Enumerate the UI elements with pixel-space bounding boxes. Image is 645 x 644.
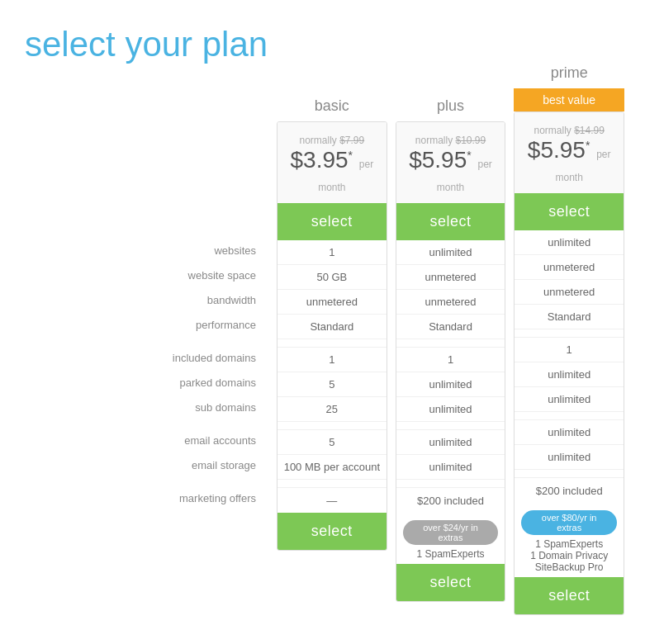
prime-marketing-offers: $200 included — [515, 478, 624, 503]
prime-select-top[interactable]: select — [515, 193, 624, 230]
prime-pricing: normally $14.99 $5.95* permonth — [515, 112, 624, 193]
prime-bandwidth: unmetered — [515, 280, 624, 305]
label-websites: websites — [149, 238, 260, 263]
basic-website-space: 50 GB — [277, 265, 387, 290]
plans-container: websites website space bandwidth perform… — [17, 97, 628, 615]
plus-pricing: normally $10.99 $5.95* permonth — [396, 122, 505, 203]
basic-select-bottom[interactable]: select — [277, 513, 387, 550]
basic-select-top[interactable]: select — [277, 203, 387, 240]
label-performance: performance — [149, 312, 260, 337]
plus-bandwidth: unmetered — [396, 290, 505, 315]
plus-email-accounts: unlimited — [396, 430, 505, 455]
prime-normally: normally $14.99 — [523, 125, 615, 136]
label-email-storage: email storage — [149, 452, 260, 477]
prime-original-price: $14.99 — [574, 125, 605, 136]
prime-extras: over $80/yr in extras 1 SpamExperts 1 Do… — [515, 503, 624, 577]
prime-select-bottom[interactable]: select — [515, 577, 624, 614]
label-parked-domains: parked domains — [149, 370, 260, 395]
plus-original-price: $10.99 — [456, 135, 486, 146]
basic-included-domains: 1 — [277, 348, 387, 372]
plan-plus: plus normally $10.99 $5.95* permonth sel… — [396, 97, 506, 602]
prime-site-backup: SiteBackup Pro — [521, 561, 617, 573]
basic-parked-domains: 5 — [277, 372, 387, 397]
basic-email-accounts: 5 — [277, 430, 387, 455]
plus-included-domains: 1 — [396, 348, 505, 372]
basic-sub-domains: 25 — [277, 397, 387, 422]
plus-plan-card: normally $10.99 $5.95* permonth select u… — [396, 121, 506, 602]
plus-email-storage: unlimited — [396, 455, 505, 480]
plus-performance: Standard — [396, 315, 505, 339]
basic-normally: normally $7.99 — [286, 135, 378, 146]
plus-extras: over $24/yr in extras 1 SpamExperts — [396, 513, 505, 564]
label-bandwidth: bandwidth — [149, 287, 260, 312]
plan-basic: basic normally $7.99 $3.95* permonth sel… — [277, 97, 387, 551]
basic-marketing-offers: — — [277, 488, 387, 513]
page-title: select your plan — [17, 25, 628, 64]
prime-email-storage: unlimited — [515, 445, 624, 470]
plus-select-top[interactable]: select — [396, 203, 505, 240]
plus-website-space: unmetered — [396, 265, 505, 290]
prime-parked-domains: unlimited — [515, 362, 624, 387]
plus-extras-badge: over $24/yr in extras — [403, 520, 499, 545]
plus-plan-name: plus — [396, 97, 506, 121]
label-email-accounts: email accounts — [149, 428, 260, 452]
plus-normally: normally $10.99 — [405, 135, 497, 146]
plus-select-bottom[interactable]: select — [396, 564, 505, 601]
basic-performance: Standard — [277, 315, 387, 339]
label-marketing-offers: marketing offers — [149, 485, 260, 510]
prime-plan-name: prime — [514, 64, 624, 88]
prime-performance: Standard — [515, 305, 624, 329]
plus-parked-domains: unlimited — [396, 372, 505, 397]
basic-original-price: $7.99 — [339, 135, 364, 146]
plus-sub-domains: unlimited — [396, 397, 505, 422]
plus-websites: unlimited — [396, 240, 505, 265]
basic-price: $3.95* permonth — [286, 149, 378, 195]
basic-pricing: normally $7.99 $3.95* permonth — [277, 122, 387, 203]
prime-email-accounts: unlimited — [515, 420, 624, 445]
prime-included-domains: 1 — [515, 338, 624, 362]
basic-asterisk: * — [349, 149, 353, 162]
prime-features: unlimited unmetered unmetered Standard 1… — [515, 230, 624, 503]
prime-plan-card: normally $14.99 $5.95* permonth select u… — [514, 111, 624, 615]
label-included-domains: included domains — [149, 345, 260, 370]
plan-prime: prime best value normally $14.99 $5.95* … — [514, 64, 624, 615]
feature-labels: websites website space bandwidth perform… — [149, 97, 273, 510]
basic-bandwidth: unmetered — [277, 290, 387, 315]
plus-price: $5.95* permonth — [405, 149, 497, 195]
prime-extras-badge: over $80/yr in extras — [521, 510, 617, 535]
label-sub-domains: sub domains — [149, 395, 260, 419]
label-website-space: website space — [149, 263, 260, 287]
basic-email-storage: 100 MB per account — [277, 455, 387, 480]
prime-price: $5.95* permonth — [523, 139, 615, 185]
basic-features: 1 50 GB unmetered Standard 1 5 25 5 100 … — [277, 240, 387, 513]
prime-spam-experts: 1 SpamExperts — [521, 538, 617, 550]
basic-websites: 1 — [277, 240, 387, 265]
prime-website-space: unmetered — [515, 255, 624, 280]
prime-websites: unlimited — [515, 230, 624, 255]
plus-asterisk: * — [467, 149, 471, 162]
prime-asterisk: * — [586, 139, 590, 152]
plus-marketing-offers: $200 included — [396, 488, 505, 513]
basic-plan-name: basic — [277, 97, 387, 121]
plus-spam-experts: 1 SpamExperts — [403, 548, 499, 560]
prime-sub-domains: unlimited — [515, 387, 624, 412]
plus-features: unlimited unmetered unmetered Standard 1… — [396, 240, 505, 513]
basic-plan-card: normally $7.99 $3.95* permonth select 1 … — [277, 121, 387, 551]
best-value-badge: best value — [514, 88, 624, 111]
prime-domain-privacy: 1 Domain Privacy — [521, 550, 617, 561]
